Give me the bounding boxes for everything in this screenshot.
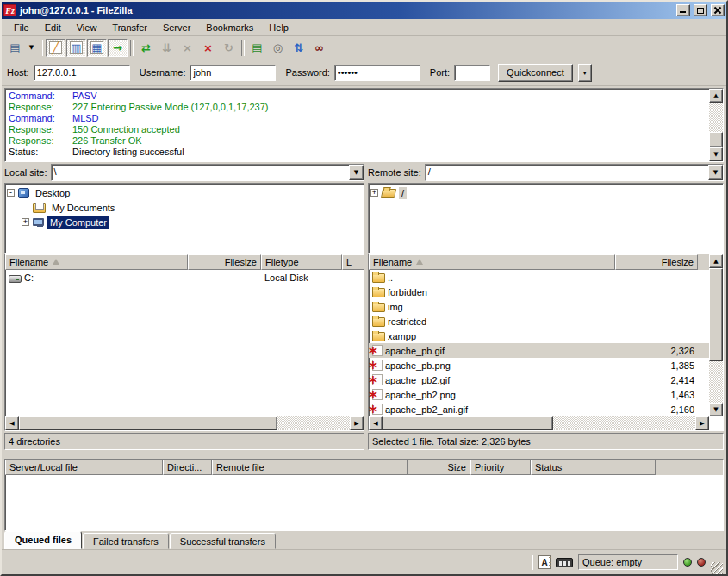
menu-item[interactable]: Server bbox=[155, 21, 198, 34]
column-header[interactable]: Filename bbox=[369, 254, 615, 270]
tree-item[interactable]: + / bbox=[370, 185, 723, 200]
chevron-down-icon[interactable]: ▼ bbox=[708, 165, 723, 180]
scrollbar-thumb[interactable] bbox=[709, 268, 723, 361]
file-row[interactable]: restricted bbox=[369, 314, 709, 329]
file-row[interactable]: C: Local Disk bbox=[5, 270, 364, 285]
quickconnect-bar: Host: Username: Password: Port: Quickcon… bbox=[2, 59, 726, 86]
resize-grip[interactable] bbox=[711, 562, 723, 574]
toolbar-button[interactable] bbox=[241, 40, 245, 56]
column-header[interactable]: Filetype bbox=[261, 254, 342, 270]
toolbar-button[interactable]: ▼ bbox=[26, 39, 37, 57]
quickconnect-button[interactable]: Quickconnect bbox=[498, 64, 573, 82]
menu-item[interactable]: Help bbox=[261, 21, 296, 34]
tree-item-label: / bbox=[399, 187, 407, 199]
toolbar-button[interactable] bbox=[130, 40, 134, 56]
toolbar-button[interactable]: ⇅ bbox=[289, 39, 308, 57]
log-line-type: Response: bbox=[9, 135, 72, 147]
toolbar-button[interactable]: ▥ bbox=[66, 39, 86, 57]
toolbar-button[interactable]: × bbox=[198, 39, 218, 57]
file-row[interactable]: forbidden bbox=[369, 285, 709, 299]
file-row[interactable]: apache_pb.png 1,385 bbox=[369, 358, 709, 373]
toolbar-button[interactable]: ∞ bbox=[309, 39, 329, 57]
toolbar-button[interactable]: ⇊ bbox=[157, 39, 177, 57]
file-name: apache_pb.png bbox=[385, 360, 451, 371]
scroll-right-icon[interactable]: ▶ bbox=[695, 416, 709, 430]
queue-column-header[interactable]: Status bbox=[531, 460, 656, 475]
log-line-text: Directory listing successful bbox=[72, 147, 708, 158]
queue-column-header[interactable]: Size bbox=[408, 460, 470, 475]
port-input[interactable] bbox=[454, 65, 490, 81]
toolbar-button[interactable]: ▤ bbox=[5, 39, 25, 57]
toolbar-button[interactable]: ⇄ bbox=[136, 39, 156, 57]
scroll-left-icon[interactable]: ◀ bbox=[5, 416, 19, 430]
tree-item[interactable]: My Documents bbox=[7, 200, 364, 215]
toolbar-button[interactable]: ╱ bbox=[46, 39, 65, 57]
column-header[interactable]: L bbox=[342, 254, 364, 270]
tree-item-label: My Documents bbox=[49, 202, 117, 214]
toolbar-button[interactable]: ▦ bbox=[87, 39, 107, 57]
column-header[interactable]: Filesize bbox=[615, 254, 698, 270]
local-hscrollbar[interactable]: ◀ ▶ bbox=[5, 416, 364, 430]
remote-vscrollbar[interactable]: ▲ ▼ bbox=[709, 254, 723, 416]
transfer-type-icon[interactable]: A bbox=[538, 555, 551, 569]
file-row[interactable]: apache_pb2.gif 2,414 bbox=[369, 373, 709, 387]
local-site-combo[interactable]: \ ▼ bbox=[51, 164, 364, 181]
tree-item-label: Desktop bbox=[33, 187, 72, 199]
file-row[interactable]: img bbox=[369, 299, 709, 314]
toolbar-button[interactable]: → bbox=[108, 39, 128, 57]
scrollbar-thumb[interactable] bbox=[19, 416, 277, 430]
queue-tab[interactable]: Successful transfers bbox=[170, 533, 276, 549]
queue-tab[interactable]: Queued files bbox=[4, 531, 82, 549]
toolbar-button[interactable]: ↻ bbox=[219, 39, 239, 57]
chevron-down-icon[interactable]: ▼ bbox=[349, 165, 364, 180]
tree-expander[interactable]: + bbox=[370, 189, 378, 197]
tree-expander[interactable]: - bbox=[7, 189, 15, 197]
log-line: Response: 226 Transfer OK bbox=[9, 135, 708, 147]
toolbar-button[interactable]: ▤ bbox=[247, 39, 267, 57]
scrollbar-thumb[interactable] bbox=[709, 132, 723, 147]
scroll-up-icon[interactable]: ▲ bbox=[709, 89, 723, 103]
close-button[interactable] bbox=[711, 4, 725, 16]
tree-item[interactable]: - Desktop bbox=[7, 185, 364, 200]
file-row[interactable]: apache_pb.gif 2,326 bbox=[369, 343, 709, 358]
remote-hscrollbar[interactable]: ◀ ▶ bbox=[369, 416, 709, 430]
username-input[interactable] bbox=[190, 65, 276, 81]
queue-column-header[interactable]: Server/Local file bbox=[5, 460, 163, 475]
file-row[interactable]: .. bbox=[369, 270, 709, 285]
column-header[interactable]: Filename bbox=[5, 254, 188, 270]
toolbar-button[interactable]: × bbox=[177, 39, 197, 57]
scroll-left-icon[interactable]: ◀ bbox=[369, 416, 383, 430]
column-header[interactable]: Filesize bbox=[188, 254, 261, 270]
remote-site-combo[interactable]: / ▼ bbox=[425, 164, 724, 181]
scrollbar-thumb[interactable] bbox=[383, 416, 553, 430]
tree-item[interactable]: + My Computer bbox=[7, 215, 364, 229]
queue-column-header[interactable]: Remote file bbox=[212, 460, 408, 475]
menu-item[interactable]: View bbox=[69, 21, 105, 34]
menu-item[interactable]: Transfer bbox=[104, 21, 155, 34]
scroll-right-icon[interactable]: ▶ bbox=[350, 416, 364, 430]
file-row[interactable]: apache_pb2.png 1,463 bbox=[369, 387, 709, 402]
menu-item[interactable]: File bbox=[6, 21, 37, 34]
queue-column-header[interactable]: Directi... bbox=[163, 460, 212, 475]
password-input[interactable] bbox=[334, 65, 420, 81]
menu-item[interactable]: Edit bbox=[37, 21, 69, 34]
quickconnect-dropdown-button[interactable]: ▼ bbox=[578, 64, 592, 82]
password-label: Password: bbox=[285, 67, 329, 78]
menu-item[interactable]: Bookmarks bbox=[198, 21, 261, 34]
scroll-down-icon[interactable]: ▼ bbox=[709, 147, 723, 161]
speed-limit-icon[interactable] bbox=[556, 558, 573, 567]
queue-tab[interactable]: Failed transfers bbox=[83, 533, 169, 549]
scroll-up-icon[interactable]: ▲ bbox=[709, 254, 723, 268]
host-input[interactable] bbox=[34, 65, 130, 81]
log-line-type: Command: bbox=[9, 91, 72, 102]
toolbar-button[interactable]: ◎ bbox=[268, 39, 288, 57]
queue-column-header[interactable]: Priority bbox=[470, 460, 531, 475]
toolbar-button[interactable] bbox=[40, 40, 43, 56]
file-row[interactable]: apache_pb2_ani.gif 2,160 bbox=[369, 402, 709, 416]
log-scrollbar[interactable]: ▲ ▼ bbox=[709, 89, 723, 161]
maximize-button[interactable] bbox=[694, 4, 707, 16]
file-row[interactable]: xampp bbox=[369, 329, 709, 343]
scroll-down-icon[interactable]: ▼ bbox=[709, 403, 723, 416]
minimize-button[interactable] bbox=[676, 4, 690, 16]
tree-expander[interactable]: + bbox=[22, 218, 29, 226]
